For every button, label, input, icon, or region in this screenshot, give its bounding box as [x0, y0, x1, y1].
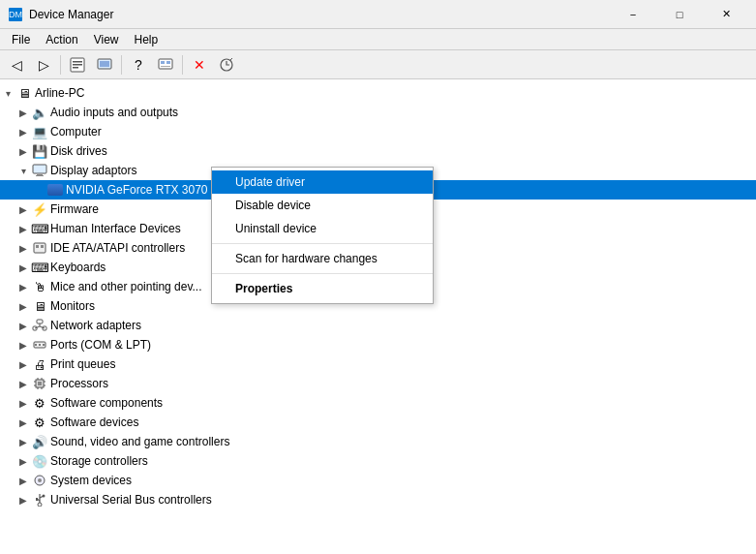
nvidia-label: NVIDIA GeForce RTX 3070	[66, 183, 208, 197]
main-window: ▾ 🖥 Arline-PC ▶ 🔈 Audio inputs and outpu…	[0, 79, 756, 554]
tree-item-storage[interactable]: ▶ 💿 Storage controllers	[0, 451, 756, 471]
root-label: Arline-PC	[35, 86, 84, 100]
ports-toggle[interactable]: ▶	[15, 337, 31, 353]
swcomponents-toggle[interactable]: ▶	[15, 395, 31, 411]
swdevices-label: Software devices	[50, 416, 138, 429]
print-label: Print queues	[50, 357, 115, 371]
toolbar-separator-3	[182, 55, 183, 75]
menu-view[interactable]: View	[86, 31, 127, 48]
context-menu-uninstall[interactable]: Uninstall device	[212, 217, 433, 240]
print-toggle[interactable]: ▶	[15, 356, 31, 372]
ports-icon	[31, 337, 48, 353]
tree-item-network[interactable]: ▶ Network adapters	[0, 316, 756, 335]
context-menu-update[interactable]: Update driver	[212, 170, 433, 194]
tree-item-computer[interactable]: ▶ 💻 Computer	[0, 122, 756, 141]
swdevices-icon: ⚙	[31, 415, 48, 430]
hid-label: Human Interface Devices	[50, 222, 181, 235]
audio-label: Audio inputs and outputs	[50, 106, 178, 119]
title-bar: DM Device Manager − □ ✕	[0, 0, 756, 29]
storage-label: Storage controllers	[50, 454, 148, 468]
sysdevices-icon	[31, 473, 48, 488]
remove-device-button[interactable]: ✕	[187, 53, 212, 77]
context-menu-properties[interactable]: Properties	[212, 277, 433, 300]
network-toggle[interactable]: ▶	[15, 318, 31, 333]
tree-item-sysdevices[interactable]: ▶ System devices	[0, 471, 756, 490]
mice-toggle[interactable]: ▶	[15, 279, 31, 294]
tree-item-usb[interactable]: ▶ Universal Serial Bus controllers	[0, 490, 756, 509]
svg-point-26	[43, 344, 45, 346]
tree-item-audio[interactable]: ▶ 🔈 Audio inputs and outputs	[0, 103, 756, 122]
ide-toggle[interactable]: ▶	[15, 240, 31, 256]
svg-point-25	[39, 344, 41, 346]
context-menu-sep1	[212, 243, 433, 244]
context-menu-scan[interactable]: Scan for hardware changes	[212, 247, 433, 270]
menu-file[interactable]: File	[4, 31, 38, 48]
properties-button[interactable]	[65, 53, 90, 77]
menu-help[interactable]: Help	[127, 31, 166, 48]
monitors-icon: 🖥	[31, 298, 48, 314]
root-toggle[interactable]: ▾	[0, 85, 15, 101]
tree-item-swdevices[interactable]: ▶ ⚙ Software devices	[0, 413, 756, 432]
tree-item-print[interactable]: ▶ 🖨 Print queues	[0, 354, 756, 374]
device-manager-view-button[interactable]	[153, 53, 178, 77]
monitors-toggle[interactable]: ▶	[15, 298, 31, 314]
usb-toggle[interactable]: ▶	[15, 492, 31, 508]
display-toggle[interactable]: ▾	[15, 163, 31, 178]
ports-label: Ports (COM & LPT)	[50, 338, 151, 352]
disk-toggle[interactable]: ▶	[15, 143, 31, 159]
svg-rect-17	[37, 320, 43, 323]
ide-icon	[31, 240, 48, 256]
update-driver-button[interactable]	[92, 53, 117, 77]
hid-toggle[interactable]: ▶	[15, 221, 31, 236]
firmware-icon: ⚡	[31, 201, 48, 217]
tree-item-ports[interactable]: ▶ Ports (COM & LPT)	[0, 335, 756, 354]
sysdevices-toggle[interactable]: ▶	[15, 473, 31, 488]
keyboards-toggle[interactable]: ▶	[15, 260, 31, 275]
audio-icon: 🔈	[31, 105, 48, 120]
context-menu-disable[interactable]: Disable device	[212, 194, 433, 217]
forward-button[interactable]: ▷	[31, 53, 56, 77]
sound-toggle[interactable]: ▶	[15, 434, 31, 449]
storage-icon: 💿	[31, 453, 48, 469]
tree-item-processors[interactable]: ▶ Processors	[0, 374, 756, 393]
swdevices-toggle[interactable]: ▶	[15, 415, 31, 430]
menu-bar: File Action View Help	[0, 29, 756, 50]
tree-item-disk[interactable]: ▶ 💾 Disk drives	[0, 141, 756, 161]
svg-point-24	[35, 344, 37, 346]
tree-item-swcomponents[interactable]: ▶ ⚙ Software components	[0, 393, 756, 413]
computer-toggle[interactable]: ▶	[15, 124, 31, 139]
sound-icon: 🔊	[31, 434, 48, 449]
toolbar-separator-1	[60, 55, 61, 75]
window-title: Device Manager	[29, 8, 611, 21]
help-button[interactable]: ?	[126, 53, 151, 77]
audio-toggle[interactable]: ▶	[15, 105, 31, 120]
tree-root[interactable]: ▾ 🖥 Arline-PC	[0, 83, 756, 103]
minimize-button[interactable]: −	[611, 0, 655, 29]
swcomponents-label: Software components	[50, 396, 163, 410]
back-button[interactable]: ◁	[4, 53, 29, 77]
svg-rect-43	[36, 498, 38, 501]
firmware-label: Firmware	[50, 202, 99, 216]
mice-icon: 🖱	[31, 279, 48, 294]
close-button[interactable]: ✕	[704, 0, 748, 29]
svg-rect-9	[161, 66, 170, 67]
menu-action[interactable]: Action	[38, 31, 85, 48]
usb-label: Universal Serial Bus controllers	[50, 493, 212, 507]
device-tree[interactable]: ▾ 🖥 Arline-PC ▶ 🔈 Audio inputs and outpu…	[0, 79, 756, 554]
firmware-toggle[interactable]: ▶	[15, 201, 31, 217]
svg-point-44	[38, 503, 42, 507]
toolbar: ◁ ▷ ? ✕	[0, 50, 756, 79]
scan-hardware-button[interactable]	[214, 53, 239, 77]
processors-toggle[interactable]: ▶	[15, 376, 31, 391]
svg-rect-3	[73, 67, 78, 69]
nvidia-icon	[46, 182, 64, 198]
maximize-button[interactable]: □	[657, 0, 702, 29]
nvidia-toggle	[31, 182, 46, 198]
tree-item-sound[interactable]: ▶ 🔊 Sound, video and game controllers	[0, 432, 756, 451]
storage-toggle[interactable]: ▶	[15, 453, 31, 469]
svg-rect-1	[73, 61, 82, 63]
display-label: Display adaptors	[50, 164, 136, 177]
computer-label: Computer	[50, 125, 102, 138]
svg-rect-13	[36, 175, 44, 176]
disk-icon: 💾	[31, 143, 48, 159]
